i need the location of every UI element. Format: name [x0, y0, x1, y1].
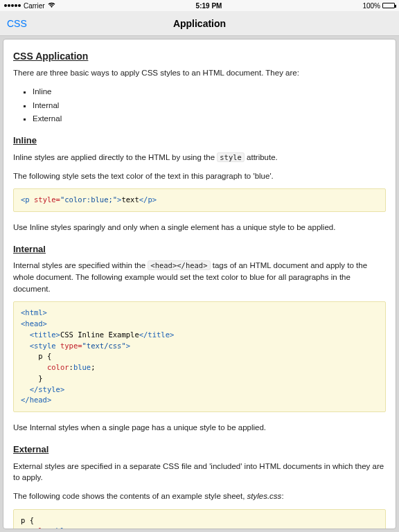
- inline-p2: The following style sets the text color …: [13, 170, 386, 182]
- code-block-internal: <html> <head> <title>CSS Inline Example<…: [13, 301, 386, 412]
- status-bar: Carrier 5:19 PM 100%: [0, 0, 399, 11]
- back-button[interactable]: CSS: [7, 18, 27, 29]
- list-item: External: [33, 113, 386, 125]
- ways-list: Inline Internal External: [13, 86, 386, 125]
- device-frame: Carrier 5:19 PM 100% CSS Application CSS…: [0, 0, 399, 532]
- section-heading-internal: Internal: [13, 243, 386, 256]
- external-p1: External styles are specified in a separ…: [13, 461, 386, 484]
- wifi-icon: [48, 2, 55, 10]
- internal-p1: Internal styles are specified within the…: [13, 260, 386, 294]
- list-item: Inline: [33, 86, 386, 98]
- list-item: Internal: [33, 100, 386, 112]
- battery-percent: 100%: [362, 2, 380, 10]
- intro-text: There are three basic ways to apply CSS …: [13, 67, 386, 79]
- section-heading-external: External: [13, 443, 386, 456]
- content-frame: CSS Application There are three basic wa…: [0, 36, 399, 532]
- doc-heading: CSS Application: [13, 49, 386, 63]
- code-block-inline: <p style="color:blue;">text</p>: [13, 188, 386, 212]
- navigation-bar: CSS Application: [0, 11, 399, 36]
- code-inline: <head></head>: [148, 260, 210, 270]
- external-p2: The following code shows the contents of…: [13, 490, 386, 502]
- page-title: Application: [173, 18, 226, 29]
- signal-icon: [4, 4, 21, 7]
- internal-p2: Use Internal styles when a single page h…: [13, 422, 386, 434]
- inline-p1: Inline styles are applied directly to th…: [13, 152, 386, 163]
- code-block-external-css: p { color:blue; }: [13, 509, 386, 529]
- section-heading-inline: Inline: [13, 134, 386, 148]
- content-card[interactable]: CSS Application There are three basic wa…: [3, 39, 396, 529]
- carrier-label: Carrier: [24, 2, 45, 10]
- clock: 5:19 PM: [196, 2, 222, 10]
- inline-p3: Use Inline styles sparingly and only whe…: [13, 222, 386, 233]
- code-inline: style: [217, 152, 245, 162]
- battery-icon: [382, 3, 395, 8]
